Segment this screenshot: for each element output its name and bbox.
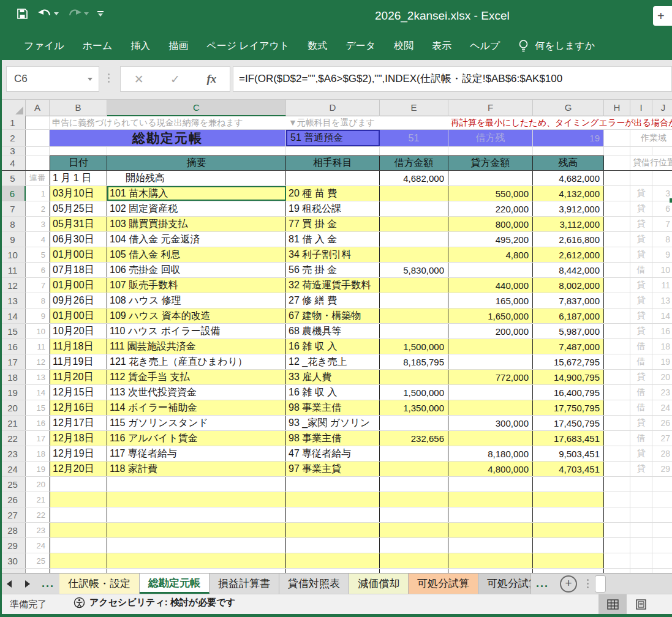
cell-F28[interactable]: [448, 523, 533, 537]
entry-debit-cell-9[interactable]: [380, 232, 448, 247]
entry-debit-cell-10[interactable]: [380, 247, 448, 262]
entry-partner-cell-6[interactable]: 20 種 苗 費: [286, 186, 380, 201]
cell-E27[interactable]: [380, 507, 448, 522]
entry-desc-cell-19[interactable]: 113 次世代投資資金: [107, 385, 286, 400]
cell-H29[interactable]: [604, 538, 630, 553]
entry-partner-cell-10[interactable]: 34 利子割引料: [286, 247, 380, 262]
cell-A1[interactable]: [26, 116, 50, 129]
entry-partner-cell-7[interactable]: 19 租税公課: [286, 201, 380, 216]
cell-H7[interactable]: [604, 201, 630, 216]
cell-H9[interactable]: [604, 232, 630, 247]
entry-debit-cell-20[interactable]: 1,350,000: [380, 400, 448, 415]
cell-D28[interactable]: [286, 523, 380, 537]
entry-credit-cell-21[interactable]: 300,000: [448, 416, 533, 430]
row-header-14[interactable]: 14: [0, 308, 26, 323]
ribbon-tab-ホーム[interactable]: ホーム: [74, 32, 122, 60]
cell-B29[interactable]: [50, 538, 107, 553]
column-header-A[interactable]: A: [26, 100, 50, 116]
row-header-13[interactable]: 13: [0, 293, 26, 308]
entry-desc-cell-14[interactable]: 109 ハウス 資本的改造: [107, 308, 286, 323]
row-header-4[interactable]: 4: [0, 155, 26, 170]
entry-date-cell-8[interactable]: 05月31日: [50, 217, 107, 231]
normal-view-icon[interactable]: [598, 594, 627, 615]
entry-credit-cell-6[interactable]: 550,000: [448, 186, 533, 201]
entry-debit-cell-15[interactable]: [380, 324, 448, 338]
entry-desc-cell-24[interactable]: 118 家計費: [107, 462, 286, 476]
cell-H8[interactable]: [604, 217, 630, 231]
account-picker-hint-cell[interactable]: ▼元帳科目を選びます: [286, 116, 448, 129]
entry-debit-cell-7[interactable]: [380, 201, 448, 216]
column-header-C[interactable]: C: [107, 100, 286, 116]
cell-H5[interactable]: [604, 171, 630, 185]
row-header-27[interactable]: 27: [0, 507, 26, 522]
entry-desc-cell-9[interactable]: 104 借入金 元金返済: [107, 232, 286, 247]
entry-desc-cell-8[interactable]: 103 購買買掛支払: [107, 217, 286, 231]
cell-H3[interactable]: [604, 147, 630, 155]
cell-F27[interactable]: [448, 507, 533, 522]
entry-date-cell-23[interactable]: 12月19日: [50, 446, 107, 461]
entry-desc-cell-6[interactable]: 101 苗木購入: [107, 186, 286, 201]
account-code-cell[interactable]: 51: [380, 130, 448, 146]
entry-partner-cell-17[interactable]: 12 _花き売上: [286, 354, 380, 369]
ribbon-tab-ヘルプ[interactable]: ヘルプ: [461, 32, 509, 60]
entry-balance-cell-17[interactable]: 15,672,795: [533, 354, 604, 369]
row-header-10[interactable]: 10: [0, 247, 26, 262]
cell-C25[interactable]: [107, 477, 286, 492]
cell-H19[interactable]: [604, 385, 630, 400]
cell-B27[interactable]: [50, 507, 107, 522]
name-box[interactable]: C6: [6, 66, 99, 92]
cell-J26[interactable]: [652, 492, 672, 507]
save-icon[interactable]: [16, 7, 29, 20]
cell-J25[interactable]: [652, 477, 672, 492]
entry-balance-cell-9[interactable]: 2,616,800: [533, 232, 604, 247]
page-layout-view-icon[interactable]: [627, 594, 655, 615]
accessibility-status[interactable]: アクセシビリティ: 検討が必要です: [74, 597, 235, 608]
ribbon-tab-表示[interactable]: 表示: [423, 32, 461, 60]
entry-partner-cell-24[interactable]: 97 事業主貸: [286, 462, 380, 476]
entry-credit-cell-24[interactable]: 4,800,000: [448, 462, 533, 476]
sheet-tab-減価償却[interactable]: 減価償却: [349, 574, 409, 594]
cell-J29[interactable]: [652, 538, 672, 553]
cell-C31[interactable]: [107, 569, 286, 573]
row-header-1[interactable]: 1: [0, 116, 26, 129]
row-header-28[interactable]: 28: [0, 523, 26, 537]
cell-D5[interactable]: [286, 171, 380, 185]
row-header-8[interactable]: 8: [0, 217, 26, 231]
selection-fill-handle[interactable]: [669, 198, 672, 203]
entry-balance-cell-8[interactable]: 3,112,000: [533, 217, 604, 231]
entry-balance-cell-6[interactable]: 4,132,000: [533, 186, 604, 201]
cell-H25[interactable]: [604, 477, 630, 492]
opening-balance-cell[interactable]: 開始残高: [107, 171, 286, 185]
entry-date-cell-22[interactable]: 12月18日: [50, 431, 107, 446]
formula-input[interactable]: =IF(OR($D$2="",$A6>$G$2),"",INDEX(仕訳帳・設定…: [233, 66, 672, 92]
entry-partner-cell-11[interactable]: 56 売 掛 金: [286, 263, 380, 277]
row-header-5[interactable]: 5: [0, 171, 26, 185]
column-header-D[interactable]: D: [286, 100, 380, 116]
entry-credit-cell-17[interactable]: [448, 354, 533, 369]
entry-debit-cell-13[interactable]: [380, 293, 448, 308]
entry-partner-cell-18[interactable]: 33 雇人費: [286, 370, 380, 384]
row-header-25[interactable]: 25: [0, 477, 26, 492]
entry-partner-cell-19[interactable]: 16 雑 収 入: [286, 385, 380, 400]
undo-button[interactable]: [37, 9, 59, 19]
entry-partner-cell-20[interactable]: 98 事業主借: [286, 400, 380, 415]
entry-balance-cell-11[interactable]: 8,442,000: [533, 263, 604, 277]
horizontal-scrollbar[interactable]: [595, 575, 606, 593]
ribbon-tab-ページ レイアウト[interactable]: ページ レイアウト: [197, 32, 298, 60]
entry-date-cell-16[interactable]: 11月18日: [50, 339, 107, 354]
cell-A2[interactable]: [26, 130, 50, 146]
entry-balance-cell-18[interactable]: 14,900,795: [533, 370, 604, 384]
row-header-29[interactable]: 29: [0, 538, 26, 553]
cell-G3[interactable]: [533, 147, 604, 155]
entry-date-cell-6[interactable]: 03月10日: [50, 186, 107, 201]
cell-I5[interactable]: [630, 171, 652, 185]
cell-H20[interactable]: [604, 400, 630, 415]
cell-D29[interactable]: [286, 538, 380, 553]
entry-partner-cell-14[interactable]: 67 建物・構築物: [286, 308, 380, 323]
confirm-entry-icon[interactable]: ✓: [170, 72, 180, 86]
row-header-26[interactable]: 26: [0, 492, 26, 507]
entry-debit-cell-6[interactable]: [380, 186, 448, 201]
entry-desc-cell-12[interactable]: 107 販売手数料: [107, 278, 286, 293]
cell-H17[interactable]: [604, 354, 630, 369]
entry-debit-cell-22[interactable]: 232,656: [380, 431, 448, 446]
